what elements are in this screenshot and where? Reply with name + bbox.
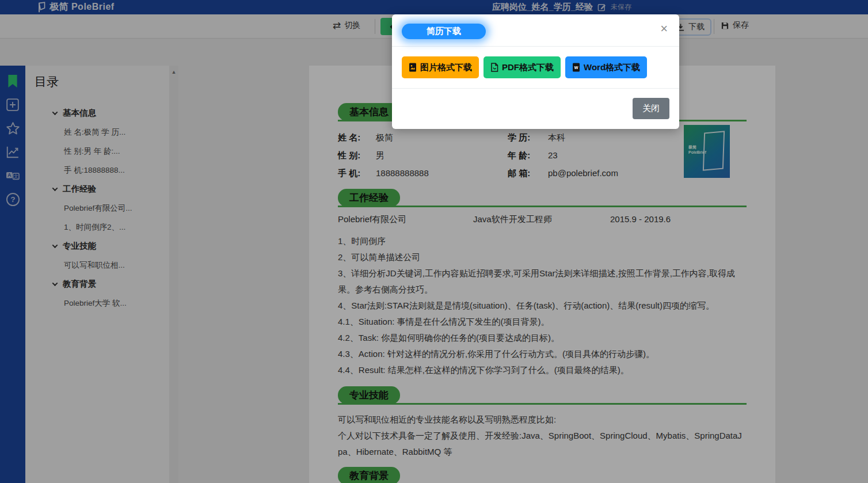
modal-body: 图片格式下载 PDF格式下载 w Word格式下载	[392, 47, 679, 88]
modal-close-button[interactable]: 关闭	[633, 98, 669, 119]
download-modal: 简历下载 × 图片格式下载 PDF格式下载 w Word格式下载	[392, 14, 679, 129]
app-window: 极简 PoleBrief 应聘岗位_姓名_学历_经验 未保存 ⇄ 切换 下载	[0, 0, 868, 483]
svg-text:w: w	[574, 64, 578, 70]
download-image-button[interactable]: 图片格式下载	[402, 56, 479, 78]
close-icon[interactable]: ×	[660, 22, 668, 35]
modal-header: 简历下载 ×	[392, 14, 679, 47]
pdf-file-icon	[490, 63, 498, 72]
modal-title-pill: 简历下载	[402, 24, 486, 39]
download-pdf-button[interactable]: PDF格式下载	[484, 56, 561, 78]
modal-footer: 关闭	[392, 88, 679, 128]
word-file-icon: w	[572, 63, 580, 72]
image-file-icon	[409, 63, 417, 72]
download-word-button[interactable]: w Word格式下载	[565, 56, 647, 78]
